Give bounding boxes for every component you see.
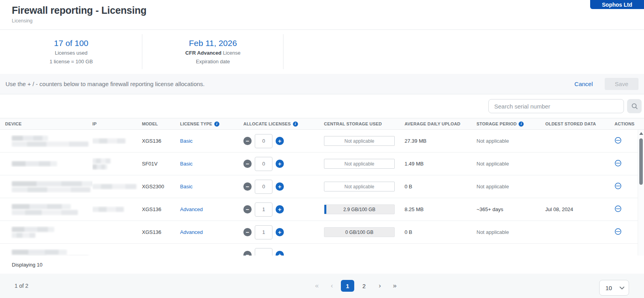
storage-not-applicable-box: Not applicable [324,182,395,191]
ip-cell-redacted [92,206,142,213]
column-header: LICENSE TYPE i [180,121,243,127]
decrement-license-button[interactable]: − [243,205,252,213]
decrement-license-button[interactable]: − [243,160,252,168]
info-icon[interactable]: i [293,121,298,127]
allocate-licenses-cell: − + [243,202,324,217]
firewall-reporting-licensing-page: Firewall reporting - Licensing Licensing… [0,0,644,298]
table-scrollbar[interactable] [638,130,644,256]
account-badge[interactable]: Sophos Ltd [590,0,644,9]
redacted-text-block [92,138,125,143]
increment-license-button[interactable]: + [276,182,284,191]
increment-license-button[interactable]: + [276,160,284,168]
decrement-license-button[interactable]: − [243,137,252,145]
save-button[interactable]: Save [605,78,638,90]
scrollbar-thumb[interactable] [639,138,643,185]
license-name-rest: License [221,50,240,56]
redacted-text-block [12,187,90,192]
column-header-label: CENTRAL STORAGE USED [324,121,382,126]
license-type-link[interactable]: Advanced [180,206,203,212]
model-text: XGS136 [142,206,161,212]
redacted-text-block [12,233,35,238]
deallocate-action-icon[interactable] [615,182,622,189]
page-prev-button[interactable]: ‹ [326,280,338,292]
allocate-count-input[interactable] [255,157,272,171]
decrement-license-button[interactable]: − [243,182,252,191]
central-storage-cell: 2.9 GB/100 GB [324,204,405,214]
model-cell: XGS136 [142,229,180,235]
central-storage-cell: Not applicable [324,182,405,191]
pagination: «‹12›» [311,280,401,292]
model-text: XGS2300 [142,184,164,189]
allocate-count-input[interactable] [255,180,272,194]
page-button-1[interactable]: 1 [341,280,354,292]
column-header: ACTIONS [615,121,644,126]
average-daily-upload-cell: 27.39 MB [405,138,477,144]
storage-period-value: Not applicable [477,184,509,189]
license-type-link[interactable]: Basic [180,138,193,144]
storage-usage-label: 2.9 GB/100 GB [343,207,375,212]
upload-value: 8.25 MB [405,206,423,212]
info-icon[interactable]: i [519,121,524,127]
table-row: − + [0,244,644,256]
search-button[interactable] [627,99,642,113]
storage-period-value: Not applicable [477,229,509,235]
allocate-count-input[interactable] [255,248,272,256]
storage-period-cell: Not applicable [477,184,545,189]
page-button-2[interactable]: 2 [357,280,371,292]
redacted-text-block [12,161,57,166]
average-daily-upload-cell: 1.49 MB [405,161,477,167]
allocate-count-input[interactable] [255,202,272,217]
page-next-button[interactable]: › [374,280,386,292]
license-type-cell: Basic [180,184,243,189]
increment-license-button[interactable]: + [276,137,284,145]
increment-license-button[interactable]: + [276,251,284,256]
oldest-stored-value: Jul 08, 2024 [545,206,573,212]
column-header-label: DEVICE [5,121,22,126]
license-type-link[interactable]: Advanced [180,229,203,235]
page-title: Firewall reporting - Licensing [12,5,147,16]
license-type-link[interactable]: Basic [180,184,193,189]
allocate-count-input[interactable] [255,225,272,239]
deallocate-action-icon[interactable] [615,228,622,235]
deallocate-action-icon[interactable] [615,137,622,144]
page-indicator: 1 of 2 [15,283,28,289]
increment-license-button[interactable]: + [276,228,284,236]
column-header: CENTRAL STORAGE USED [324,121,405,126]
scroll-up-icon[interactable] [639,132,643,135]
redacted-text-block [12,250,67,255]
license-type-cell: Advanced [180,229,243,235]
decrement-license-button[interactable]: − [243,228,252,236]
info-icon[interactable]: i [214,121,219,127]
redacted-text-block [92,207,124,212]
average-daily-upload-cell: 0 B [405,184,477,189]
deallocate-action-icon[interactable] [615,160,622,167]
table-body: XGS136 Basic − + Not applicable 27.39 MB… [0,130,644,256]
storage-usage-bar: 2.9 GB/100 GB [324,204,395,214]
page-first-button[interactable]: « [311,280,323,292]
storage-not-applicable-box: Not applicable [324,136,395,146]
allocate-count-input[interactable] [255,134,272,148]
device-cell-redacted [0,203,92,216]
column-header-label: MODEL [142,121,158,126]
instruction-band: Use the + / - counters below to manage f… [0,74,644,94]
page-size-dropdown[interactable]: 10 [599,280,629,296]
device-cell-redacted [0,226,92,239]
page-last-button[interactable]: » [389,280,401,292]
table-row: XGS136 Advanced − + 0 GB/100 GB 0 B Not … [0,221,644,244]
allocate-licenses-cell: − + [243,134,324,148]
upload-value: 27.39 MB [405,138,427,144]
search-input[interactable] [488,99,624,113]
deallocate-action-icon[interactable] [615,205,622,212]
device-cell-redacted [0,180,92,193]
increment-license-button[interactable]: + [276,205,284,213]
license-type-link[interactable]: Basic [180,161,193,167]
model-text: XGS136 [142,138,161,144]
column-header-label: STORAGE PERIOD [477,121,517,126]
redacted-text-block [12,227,54,232]
cancel-button[interactable]: Cancel [572,79,595,89]
license-name-label: CFR Advanced License [185,50,240,57]
decrement-license-button[interactable]: − [243,251,252,256]
allocate-licenses-cell: − + [243,225,324,239]
storage-period-value: Not applicable [477,138,509,144]
search-row [0,94,644,118]
